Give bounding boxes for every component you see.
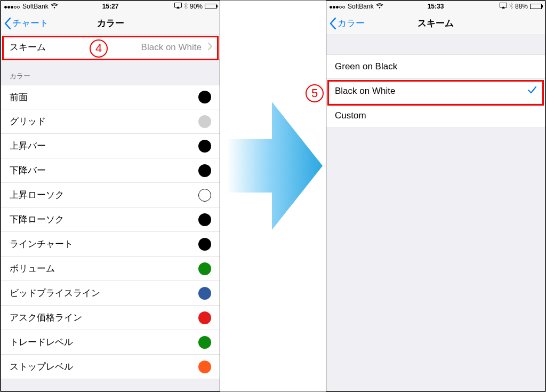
color-swatch xyxy=(198,91,211,103)
color-swatch xyxy=(198,189,211,202)
color-cell[interactable]: ボリューム xyxy=(1,257,220,281)
status-bar: SoftBank 15:33 88% xyxy=(326,1,545,12)
battery-icon xyxy=(530,4,542,9)
color-swatch xyxy=(198,164,211,177)
color-swatch xyxy=(198,115,211,128)
scheme-option[interactable]: Green on Black xyxy=(326,54,545,79)
color-label: 上昇ローソク xyxy=(10,189,64,201)
color-swatch xyxy=(198,287,211,300)
color-label: アスク価格ライン xyxy=(10,311,82,324)
color-cell[interactable]: 上昇バー xyxy=(1,134,220,158)
phone-right: SoftBank 15:33 88% カラー スキーム Green on Bla… xyxy=(326,1,545,391)
color-cell[interactable]: 上昇ローソク xyxy=(1,183,220,207)
color-cell[interactable]: ラインチャート xyxy=(1,232,220,257)
nav-bar: カラー スキーム xyxy=(326,12,545,35)
color-cell[interactable]: トレードレベル xyxy=(1,330,220,355)
color-cell[interactable]: ビッドプライスライン xyxy=(1,281,220,306)
scheme-options: Green on BlackBlack on WhiteCustom xyxy=(326,54,545,128)
color-label: ボリューム xyxy=(10,262,55,275)
color-cell[interactable]: ストップレベル xyxy=(1,355,220,379)
color-cell[interactable]: 下降バー xyxy=(1,158,220,183)
arrow-icon xyxy=(227,102,323,230)
color-swatch xyxy=(198,361,211,373)
color-swatch xyxy=(198,311,211,324)
scheme-option[interactable]: Custom xyxy=(326,103,545,128)
color-swatch xyxy=(198,238,211,251)
checkmark-icon xyxy=(528,86,536,97)
section-header: カラー xyxy=(1,60,220,85)
nav-bar: チャート カラー xyxy=(1,12,220,35)
color-swatch xyxy=(198,262,211,275)
option-label: Black on White xyxy=(335,86,395,97)
color-label: ビッドプライスライン xyxy=(10,287,100,299)
status-bar: SoftBank 15:27 90% xyxy=(1,1,220,12)
color-list: 前面グリッド上昇バー下降バー上昇ローソク下降ローソクラインチャートボリュームビッ… xyxy=(1,85,220,379)
scheme-value: Black on White xyxy=(141,42,211,53)
color-label: ストップレベル xyxy=(10,361,73,373)
color-cell[interactable]: アスク価格ライン xyxy=(1,306,220,330)
color-label: 上昇バー xyxy=(10,140,46,152)
nav-title: カラー xyxy=(1,17,220,29)
status-time: 15:27 xyxy=(1,3,220,10)
scheme-cell[interactable]: スキーム Black on White xyxy=(1,35,220,60)
nav-title: スキーム xyxy=(326,17,545,29)
color-label: ラインチャート xyxy=(10,238,73,250)
color-cell[interactable]: グリッド xyxy=(1,109,220,134)
status-time: 15:33 xyxy=(326,3,545,10)
color-label: 下降ローソク xyxy=(10,213,64,226)
option-label: Green on Black xyxy=(335,61,397,72)
scheme-option[interactable]: Black on White xyxy=(326,79,545,103)
phone-left: SoftBank 15:27 90% チャート カラー スキーム Black o… xyxy=(1,1,220,391)
battery-icon xyxy=(205,4,216,9)
color-label: 前面 xyxy=(10,91,28,103)
color-label: トレードレベル xyxy=(10,336,73,348)
color-cell[interactable]: 前面 xyxy=(1,85,220,109)
annotation-number-5: 5 xyxy=(306,84,324,102)
color-label: 下降バー xyxy=(10,164,46,177)
color-swatch xyxy=(198,336,211,349)
color-label: グリッド xyxy=(10,115,46,127)
option-label: Custom xyxy=(335,110,366,121)
scheme-label: スキーム xyxy=(10,41,46,53)
chevron-right-icon xyxy=(208,42,212,53)
color-swatch xyxy=(198,213,211,226)
color-cell[interactable]: 下降ローソク xyxy=(1,207,220,232)
color-swatch xyxy=(198,140,211,153)
